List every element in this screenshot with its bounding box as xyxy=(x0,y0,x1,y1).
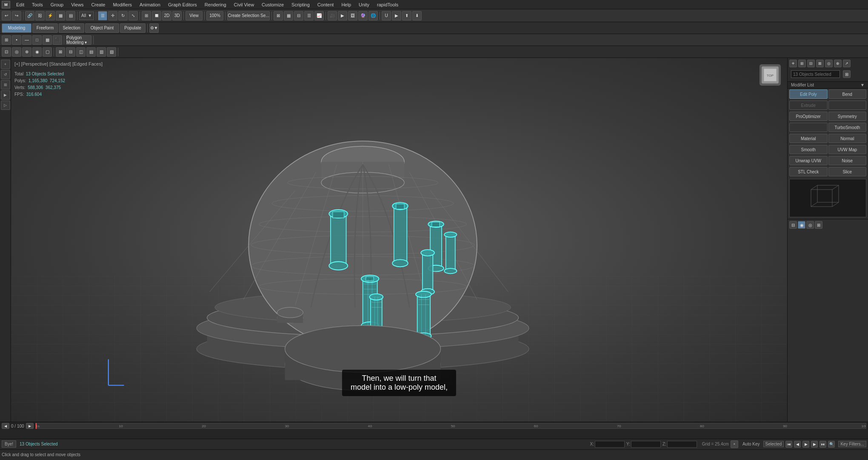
snap-toggle[interactable]: 🔲 xyxy=(152,11,161,20)
next-frame-btn[interactable]: ▶ xyxy=(811,441,818,448)
menu-scripting[interactable]: Scripting xyxy=(288,1,313,8)
render-btn[interactable]: ▶ xyxy=(338,11,347,20)
menu-rapidtools[interactable]: rapidTools xyxy=(374,1,402,8)
percent-btn[interactable]: 100% xyxy=(206,11,223,20)
tab-object-paint[interactable]: Object Paint xyxy=(85,23,119,33)
material-btn[interactable]: Material xyxy=(789,134,828,143)
scale-btn[interactable]: ⤡ xyxy=(128,11,138,20)
normal-btn[interactable]: Normal xyxy=(828,134,867,143)
tool-k[interactable]: ▧ xyxy=(107,47,116,57)
reference-btn[interactable]: ⊞ xyxy=(142,11,151,20)
settings-dropdown-btn[interactable]: ⚙▼ xyxy=(149,23,159,33)
unity-btn2[interactable]: ▶ xyxy=(392,11,401,20)
open-group-btn[interactable]: ▤ xyxy=(66,11,75,20)
noise-btn[interactable]: Noise xyxy=(828,156,867,165)
render-frame[interactable]: 🖼 xyxy=(348,11,357,20)
edit-poly-btn[interactable]: Edit Poly xyxy=(789,89,828,99)
bend-btn[interactable]: Bend xyxy=(828,89,867,99)
array-btn[interactable]: ▦ xyxy=(284,11,293,20)
tool-c[interactable]: ⊕ xyxy=(22,47,31,57)
panel-bot-4[interactable]: ⊞ xyxy=(815,221,822,229)
curve-btn[interactable]: 📈 xyxy=(314,11,324,20)
empty-btn[interactable] xyxy=(828,101,867,110)
unity-btn4[interactable]: ⬇ xyxy=(412,11,422,20)
z-input[interactable] xyxy=(667,441,697,448)
timeline-track[interactable]: 1s 10 20 30 40 50 60 70 80 90 100 xyxy=(35,423,866,429)
tab-selection[interactable]: Selection xyxy=(59,23,84,33)
prooptimizer-btn[interactable]: ProOptimizer xyxy=(789,112,828,121)
material-editor[interactable]: 🔮 xyxy=(358,11,368,20)
align-btn[interactable]: ⊟ xyxy=(294,11,303,20)
menu-views[interactable]: Views xyxy=(68,1,87,8)
tool-b[interactable]: ◎ xyxy=(12,47,21,57)
menu-content[interactable]: Content xyxy=(314,1,337,8)
bind-btn[interactable]: ⚡ xyxy=(46,11,55,20)
tool-h[interactable]: ◫ xyxy=(76,47,86,57)
create-sel-btn[interactable]: Create Selection Se... xyxy=(227,11,270,20)
panel-expand[interactable]: ↗ xyxy=(843,60,851,67)
tool-d[interactable]: ◉ xyxy=(32,47,42,57)
group-btn[interactable]: ▦ xyxy=(56,11,65,20)
add-time-tag-btn[interactable]: + xyxy=(731,440,738,448)
tab-populate[interactable]: Populate xyxy=(120,23,146,33)
viewport-3d[interactable]: [+] [Perspective] [Standard] [Edged Face… xyxy=(11,58,787,422)
go-end-btn[interactable]: ⏭ xyxy=(819,441,826,448)
tool-a[interactable]: ⊡ xyxy=(2,47,11,57)
tool-f[interactable]: ⊠ xyxy=(56,47,65,57)
move-btn[interactable]: ✛ xyxy=(108,11,117,20)
obj-mode-btn[interactable]: ⊞ xyxy=(2,35,11,45)
border-mode-btn[interactable]: □ xyxy=(32,35,42,45)
unity-btn3[interactable]: ⬆ xyxy=(402,11,411,20)
left-tool-2[interactable]: ↺ xyxy=(1,70,10,79)
turbosmooth-btn[interactable]: TurboSmooth xyxy=(828,123,867,132)
menu-edit[interactable]: Edit xyxy=(13,1,28,8)
panel-tab2[interactable]: ⊟ xyxy=(807,60,815,67)
mirror-btn[interactable]: ⊠ xyxy=(274,11,283,20)
poly-mode-btn[interactable]: ▦ xyxy=(43,35,52,45)
left-tool-5[interactable]: ▷ xyxy=(1,101,10,110)
panel-search-input[interactable] xyxy=(791,70,840,78)
modifier-list-dropdown-icon[interactable]: ▼ xyxy=(860,83,865,87)
x-input[interactable] xyxy=(595,441,625,448)
panel-search-btn[interactable]: ⊞ xyxy=(843,70,851,78)
left-tool-4[interactable]: ▶ xyxy=(1,90,10,100)
left-tool-3[interactable]: ⊞ xyxy=(1,80,10,89)
y-input[interactable] xyxy=(631,441,661,448)
uvwmap-btn[interactable]: UVW Map xyxy=(828,145,867,154)
menu-modifiers[interactable]: Modifiers xyxy=(109,1,135,8)
panel-tab3[interactable]: ⊠ xyxy=(816,60,824,67)
filter-dropdown[interactable]: All ▼ xyxy=(79,12,94,20)
edge-mode-btn[interactable]: — xyxy=(22,35,31,45)
unity-btn1[interactable]: U xyxy=(382,11,391,20)
slice-btn[interactable]: Slice xyxy=(828,167,867,176)
panel-tab4[interactable]: ◎ xyxy=(825,60,833,67)
panel-bot-3[interactable]: ◎ xyxy=(806,221,814,229)
timeline-expand[interactable]: ◀ xyxy=(2,423,9,429)
tool-i[interactable]: ▤ xyxy=(86,47,96,57)
menu-animation[interactable]: Animation xyxy=(136,1,164,8)
panel-bot-2[interactable]: ◉ xyxy=(798,221,805,229)
tool-e[interactable]: ▢ xyxy=(43,47,52,57)
smooth-btn[interactable]: Smooth xyxy=(789,145,828,154)
select-btn[interactable]: ☰ xyxy=(98,11,107,20)
polygon-mode-group[interactable]: Polygon Modeling ▾ xyxy=(66,35,91,45)
symmetry-btn[interactable]: Symmetry xyxy=(828,112,867,121)
menu-group[interactable]: Group xyxy=(47,1,67,8)
tool-j[interactable]: ▥ xyxy=(97,47,106,57)
rotate-btn[interactable]: ↻ xyxy=(118,11,128,20)
unwrap-uvw-btn[interactable]: Unwrap UVW xyxy=(789,156,828,165)
menu-graph-editors[interactable]: Graph Editors xyxy=(165,1,200,8)
panel-add-btn[interactable]: + xyxy=(789,60,797,67)
render-setup[interactable]: 🎥 xyxy=(328,11,337,20)
vert-mode-btn[interactable]: • xyxy=(12,35,21,45)
left-tool-1[interactable]: + xyxy=(1,60,10,69)
key-filters-btn[interactable]: Key Filters... xyxy=(838,441,866,447)
panel-tab5[interactable]: ⊕ xyxy=(834,60,842,67)
search-icon-btn[interactable]: 🔍 xyxy=(828,441,835,448)
stl-check-btn[interactable]: STL Check xyxy=(789,167,828,176)
nav-cube[interactable]: TOP xyxy=(757,62,783,88)
undo-btn[interactable]: ↩ xyxy=(2,11,11,20)
timeline-collapse[interactable]: ▶ xyxy=(26,423,34,429)
unlink-btn[interactable]: ⛓ xyxy=(35,11,45,20)
menu-customize[interactable]: Customize xyxy=(258,1,287,8)
